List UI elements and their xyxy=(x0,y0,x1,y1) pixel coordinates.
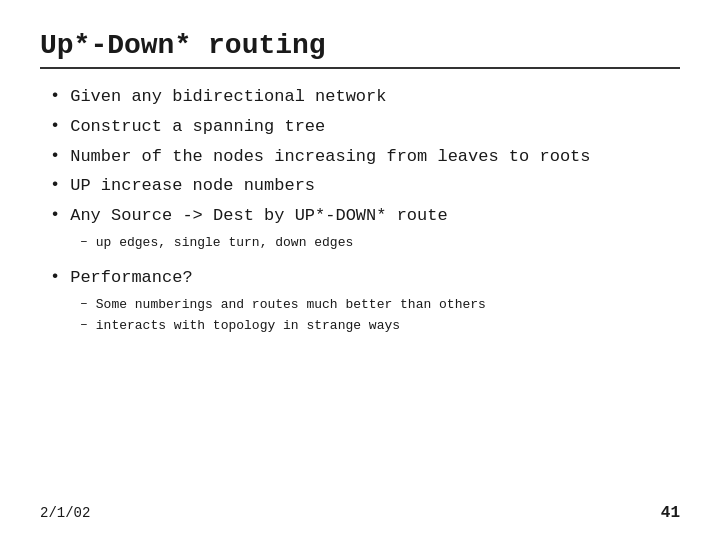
bullet-text-3: Number of the nodes increasing from leav… xyxy=(70,145,590,169)
sub-bullet-dash-3: – xyxy=(80,317,88,332)
sub-section-2: – Some numberings and routes much better… xyxy=(50,296,680,335)
footer-date: 2/1/02 xyxy=(40,505,90,521)
bullet-text-2: Construct a spanning tree xyxy=(70,115,325,139)
sub-bullet-text-1: up edges, single turn, down edges xyxy=(96,234,353,252)
bullet-item-1: • Given any bidirectional network xyxy=(50,85,680,109)
footer-page: 41 xyxy=(661,504,680,522)
sub-bullet-text-2: Some numberings and routes much better t… xyxy=(96,296,486,314)
title-section: Up*-Down* routing xyxy=(40,30,680,69)
bullet-dot-4: • xyxy=(50,175,60,194)
bullet-dot-performance: • xyxy=(50,267,60,286)
bullet-text-1: Given any bidirectional network xyxy=(70,85,386,109)
sub-bullet-item-3: – interacts with topology in strange way… xyxy=(50,317,680,335)
performance-section: • Performance? – Some numberings and rou… xyxy=(50,266,680,335)
sub-bullet-dash-2: – xyxy=(80,296,88,311)
bullet-item-4: • UP increase node numbers xyxy=(50,174,680,198)
bullet-text-4: UP increase node numbers xyxy=(70,174,315,198)
bullet-dot-2: • xyxy=(50,116,60,135)
bullet-text-5: Any Source -> Dest by UP*-DOWN* route xyxy=(70,204,447,228)
bullet-dot-5: • xyxy=(50,205,60,224)
footer: 2/1/02 41 xyxy=(40,504,680,522)
bullet-item-5: • Any Source -> Dest by UP*-DOWN* route xyxy=(50,204,680,228)
bullet-item-2: • Construct a spanning tree xyxy=(50,115,680,139)
bullet-dot-1: • xyxy=(50,86,60,105)
sub-bullet-item-2: – Some numberings and routes much better… xyxy=(50,296,680,314)
content-section: • Given any bidirectional network • Cons… xyxy=(40,85,680,335)
bullet-text-performance: Performance? xyxy=(70,266,192,290)
bullet-dot-3: • xyxy=(50,146,60,165)
sub-bullet-item-1: – up edges, single turn, down edges xyxy=(50,234,680,252)
slide-container: Up*-Down* routing • Given any bidirectio… xyxy=(0,0,720,540)
sub-bullet-dash-1: – xyxy=(80,234,88,249)
bullet-item-3: • Number of the nodes increasing from le… xyxy=(50,145,680,169)
slide-title: Up*-Down* routing xyxy=(40,30,680,61)
sub-section-1: – up edges, single turn, down edges xyxy=(50,234,680,252)
bullet-item-performance: • Performance? xyxy=(50,266,680,290)
sub-bullet-text-3: interacts with topology in strange ways xyxy=(96,317,400,335)
title-divider xyxy=(40,67,680,69)
